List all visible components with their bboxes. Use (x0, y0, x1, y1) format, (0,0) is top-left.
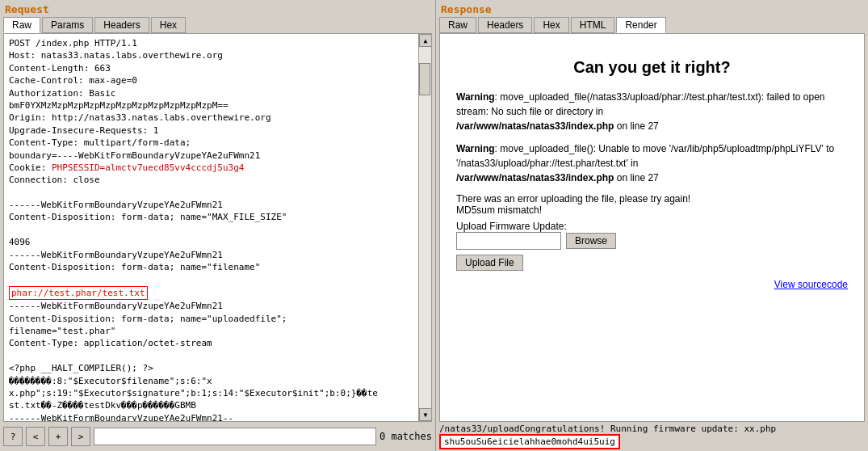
warning-block-2: Warning: move_uploaded_file(): Unable to… (456, 141, 848, 185)
right-panel: Response Raw Headers Hex HTML Render Can… (436, 0, 868, 451)
question-button[interactable]: ? (3, 427, 23, 446)
tab-raw-response[interactable]: Raw (439, 17, 476, 33)
browse-button[interactable]: Browse (566, 233, 616, 249)
request-title: Request (0, 0, 435, 17)
md5-text: MD5sum mismatch! (456, 204, 848, 216)
next-button[interactable]: > (71, 427, 90, 446)
warning2-label: Warning (456, 143, 495, 154)
scroll-up-btn[interactable]: ▲ (419, 34, 432, 47)
warning2-text: move_uploaded_file(): Unable to move '/v… (456, 143, 834, 169)
warning1-line: on line 27 (617, 120, 659, 132)
matches-label: 0 matches (379, 431, 432, 442)
search-input[interactable] (94, 428, 376, 445)
render-heading: Can you get it right? (456, 58, 848, 77)
phar-path: phar://test.phar/test.txt (9, 286, 148, 300)
warning1-text: move_uploaded_file(/natas33/upload/phar:… (456, 91, 825, 117)
error-text: There was an error uploading the file, p… (456, 193, 848, 204)
request-content-area: POST /index.php HTTP/1.1 Host: natas33.n… (3, 33, 432, 422)
view-sourcecode-link[interactable]: View sourcecode (456, 279, 848, 290)
scroll-down-btn[interactable]: ▼ (419, 408, 432, 421)
request-text: POST /index.php HTTP/1.1 Host: natas33.n… (4, 34, 418, 421)
upload-file-button[interactable]: Upload File (456, 255, 523, 271)
response-status-bar: /natas33/uploadCongratulations! Running … (436, 422, 868, 451)
warning2-line: on line 27 (617, 172, 659, 183)
left-panel: Request Raw Params Headers Hex POST /ind… (0, 0, 436, 451)
tab-render-response[interactable]: Render (616, 17, 665, 33)
status-line-1: /natas33/uploadCongratulations! Running … (439, 424, 865, 434)
upload-section: There was an error uploading the file, p… (456, 193, 848, 271)
response-title: Response (436, 0, 868, 17)
response-tab-bar: Raw Headers Hex HTML Render (436, 17, 868, 33)
tab-hex-request[interactable]: Hex (151, 17, 186, 33)
warning1-label: Warning (456, 91, 495, 103)
congrats-line: shu5ouSu6eicielahhae0mohd4ui5uig (439, 434, 865, 449)
request-scrollbar[interactable]: ▲ ▼ (418, 34, 431, 421)
request-line-post: POST /index.php HTTP/1.1 Host: natas33.n… (9, 38, 378, 421)
tab-headers-request[interactable]: Headers (94, 17, 149, 33)
warning1-path: /var/www/natas/natas33/index.php (456, 120, 614, 132)
tab-params-request[interactable]: Params (42, 17, 93, 33)
warning2-path: /var/www/natas/natas33/index.php (456, 172, 614, 183)
tab-headers-response[interactable]: Headers (478, 17, 532, 33)
request-tab-bar: Raw Params Headers Hex (0, 17, 435, 33)
status-line-text: /natas33/uploadCongratulations! Running … (439, 424, 776, 434)
prev-button[interactable]: < (26, 427, 45, 446)
upload-label: Upload Firmware Update: (456, 221, 848, 232)
response-content-area: Can you get it right? Warning: move_uplo… (439, 33, 865, 422)
upload-row: Browse (456, 232, 848, 250)
request-bottom-bar: ? < + > 0 matches (0, 422, 435, 451)
cookie-value: PHPSESSID=almctv7uecd85vv4cccdj5u3g4 (52, 162, 244, 173)
file-input[interactable] (456, 232, 561, 250)
scroll-thumb[interactable] (419, 63, 430, 95)
add-button[interactable]: + (48, 427, 68, 446)
tab-raw-request[interactable]: Raw (3, 17, 40, 33)
scroll-track (419, 47, 431, 408)
tab-hex-response[interactable]: Hex (534, 17, 568, 33)
tab-html-response[interactable]: HTML (571, 17, 615, 33)
congrats-value: shu5ouSu6eicielahhae0mohd4ui5uig (439, 434, 620, 449)
warning-block-1: Warning: move_uploaded_file(/natas33/upl… (456, 90, 848, 133)
